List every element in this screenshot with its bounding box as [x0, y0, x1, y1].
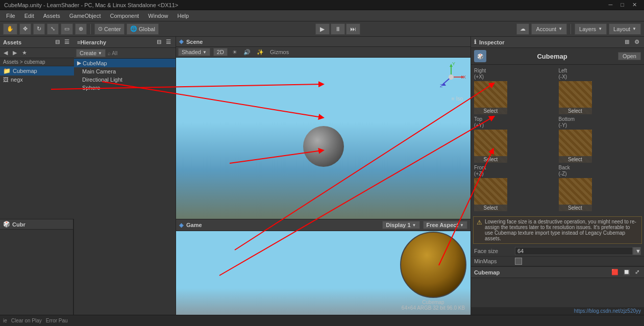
face-back-label: Back(-Z) — [559, 165, 570, 177]
menu-edit[interactable]: Edit — [20, 12, 38, 20]
scene-gizmo: Y X Z — [436, 62, 466, 92]
space-global-btn[interactable]: 🌐 Global — [127, 23, 159, 35]
asset-item-negx[interactable]: 🖼 negx — [0, 76, 74, 84]
aspect-dropdown[interactable]: Free Aspect ▼ — [423, 221, 467, 229]
pivot-center-btn[interactable]: ⊙ Center — [94, 23, 125, 35]
main-layout: Assets ⊟ ☰ ◀ ▶ ★ Assets > cubemap 📁 Cube… — [0, 37, 644, 326]
left-column: Assets ⊟ ☰ ◀ ▶ ★ Assets > cubemap 📁 Cube… — [0, 37, 74, 326]
assets-back-icon[interactable]: ◀ — [2, 49, 9, 57]
maximize-btn[interactable]: □ — [617, 2, 627, 8]
tool-move[interactable]: ✥ — [19, 23, 31, 35]
layers-dropdown-icon: ▼ — [598, 27, 602, 31]
assets-star-icon[interactable]: ★ — [20, 49, 29, 57]
menu-component[interactable]: Component — [106, 12, 143, 20]
face-front-select-btn[interactable]: Select — [474, 205, 507, 211]
tool-scale[interactable]: ⤡ — [47, 23, 59, 35]
assets-breadcrumb: Assets > cubemap — [0, 58, 74, 66]
play-button[interactable]: ▶ — [315, 23, 330, 35]
mipmaps-checkbox[interactable] — [515, 258, 522, 265]
face-right-preview[interactable]: Select — [474, 81, 507, 114]
center-column: ◈ Scene Shaded ▼ 2D ☀ 🔊 ✨ Gizmos — [176, 37, 470, 326]
face-right: Right(+X) Select — [473, 67, 558, 115]
face-size-input[interactable] — [515, 247, 633, 255]
separator-1 — [90, 24, 91, 34]
game-view[interactable] — [176, 231, 470, 326]
scene-effects-icon[interactable]: ✨ — [255, 48, 265, 56]
scene-title: Scene — [186, 39, 203, 45]
hierarchy-root[interactable]: ▶ CubeMap — [74, 59, 176, 67]
face-top-preview[interactable]: Select — [474, 130, 507, 163]
hierarchy-sphere[interactable]: Sphere — [74, 84, 176, 92]
account-button[interactable]: Account ▼ — [531, 23, 567, 35]
shading-dropdown[interactable]: Shaded ▼ — [178, 48, 210, 56]
menu-help[interactable]: Help — [173, 12, 193, 20]
face-back-select-btn[interactable]: Select — [559, 205, 592, 211]
scene-view[interactable]: Y X Z ≡ Iso — [176, 58, 470, 219]
scene-light-icon[interactable]: ☀ — [231, 48, 239, 56]
face-back-preview[interactable]: Select — [559, 178, 592, 211]
pause-button[interactable]: ⏸ — [331, 23, 345, 35]
minimize-btn[interactable]: ─ — [606, 2, 616, 8]
assets-panel-header: Assets ⊟ ☰ — [0, 37, 74, 48]
face-size-down[interactable]: ▼ — [633, 247, 641, 255]
tool-rotate[interactable]: ↻ — [33, 23, 45, 35]
inspector-grid-icon[interactable]: ⊞ — [623, 38, 631, 46]
face-left-select-btn[interactable]: Select — [559, 108, 592, 114]
menu-assets[interactable]: Assets — [39, 12, 64, 20]
layout-button[interactable]: Layout ▼ — [609, 23, 641, 35]
cubemap-expand-icon[interactable]: ⤢ — [633, 268, 641, 276]
iso-persp-icon: ≡ — [452, 96, 455, 102]
cubemap-alpha-icon[interactable]: 🔲 — [622, 268, 632, 276]
object-name: Cubemap — [537, 53, 567, 60]
hierarchy-create-btn[interactable]: Create ▼ — [76, 49, 106, 57]
face-bottom-preview[interactable]: Select — [559, 130, 592, 163]
face-front-preview[interactable]: Select — [474, 178, 507, 211]
cloud-button[interactable]: ☁ — [516, 23, 529, 35]
hierarchy-lock-icon[interactable]: ⊟ — [155, 38, 163, 46]
scene-toolbar: Shaded ▼ 2D ☀ 🔊 ✨ Gizmos — [176, 47, 470, 58]
layers-button[interactable]: Layers ▼ — [575, 23, 607, 35]
inspector-icon: ℹ — [474, 39, 476, 45]
game-icon: ◈ — [179, 222, 183, 229]
hierarchy-directional-light[interactable]: Directional Light — [74, 76, 176, 84]
2d-toggle[interactable]: 2D — [213, 48, 228, 56]
tool-hand[interactable]: ✋ — [3, 23, 17, 35]
hierarchy-search[interactable]: ⌕ All — [108, 51, 117, 56]
hierarchy-panel: ≡ Hierarchy ⊟ ☰ Create ▼ ⌕ All ▶ CubeMap… — [74, 37, 176, 326]
inspector-settings-icon[interactable]: ⚙ — [633, 38, 641, 46]
error-pause[interactable]: Error Pau — [46, 318, 68, 323]
face-top-select-btn[interactable]: Select — [474, 156, 507, 163]
hierarchy-main-camera[interactable]: Main Camera — [74, 67, 176, 76]
face-left-preview[interactable]: Select — [559, 81, 592, 114]
menu-file[interactable]: File — [2, 12, 19, 20]
asset-item-cubemap[interactable]: 📁 Cubemap — [0, 66, 74, 76]
tool-rect[interactable]: ▭ — [61, 23, 73, 35]
tool-custom[interactable]: ⊕ — [75, 23, 87, 35]
assets-forward-icon[interactable]: ▶ — [11, 49, 18, 57]
assets-lock-icon[interactable]: ⊟ — [54, 38, 61, 46]
open-button[interactable]: Open — [618, 52, 641, 60]
svg-point-9 — [449, 74, 454, 80]
game-panel: ◈ Game Display 1 ▼ Free Aspect ▼ — [176, 219, 470, 326]
warning-box: ⚠ Lowering face size is a destructive op… — [473, 216, 642, 244]
menu-window[interactable]: Window — [144, 12, 172, 20]
url-bar: https://blog.csdn.net/zjz520yy — [470, 307, 644, 315]
display-dropdown[interactable]: Display 1 ▼ — [382, 221, 419, 229]
close-btn[interactable]: ✕ — [629, 2, 640, 8]
assets-menu-icon[interactable]: ☰ — [63, 38, 71, 46]
face-right-select-btn[interactable]: Select — [474, 108, 507, 114]
svg-text:Y: Y — [452, 62, 455, 66]
hierarchy-menu-icon[interactable]: ☰ — [164, 38, 172, 46]
assets-bottom-title: Cubr — [12, 221, 26, 228]
clear-on-play[interactable]: Clear on Play — [11, 318, 42, 323]
scene-gizmos-icon[interactable]: Gizmos — [268, 48, 290, 56]
assets-panel-title: Assets — [3, 39, 21, 45]
svg-text:X: X — [463, 74, 466, 80]
step-button[interactable]: ⏭ — [346, 23, 360, 35]
cubemap-color-icon[interactable]: 🟥 — [610, 268, 620, 276]
scene-audio-icon[interactable]: 🔊 — [242, 48, 252, 56]
assets-panel: Assets ⊟ ☰ ◀ ▶ ★ Assets > cubemap 📁 Cube… — [0, 37, 74, 219]
shading-dropdown-icon: ▼ — [203, 50, 207, 55]
face-bottom-select-btn[interactable]: Select — [559, 156, 592, 163]
menu-gameobject[interactable]: GameObject — [65, 12, 105, 20]
